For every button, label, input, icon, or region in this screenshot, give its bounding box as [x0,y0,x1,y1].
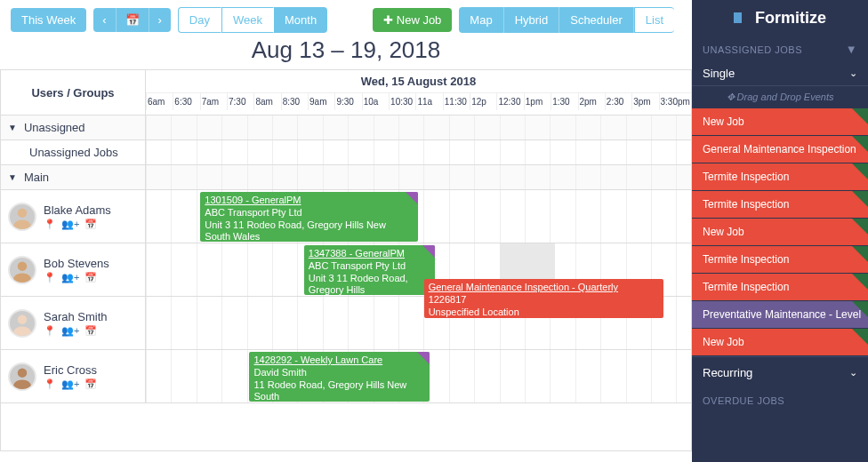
next-button[interactable]: › [149,8,171,32]
user-row-label[interactable]: Eric Cross📍👥+📅 [1,350,146,402]
job-block[interactable]: General Maintenance Inspection - Quarter… [424,279,664,318]
job-item-label: Termite Inspection [703,253,789,266]
users-groups-header: Users / Groups [1,70,146,115]
job-item-label: New Job [703,116,744,128]
job-block[interactable]: 1301509 - GeneralPMABC Transport Pty Ltd… [200,192,418,242]
new-job-button[interactable]: ✚ New Job [373,8,453,32]
drag-drop-hint: ✥ Drag and Drop Events [692,86,868,108]
time-slot: 9am [308,93,334,110]
job-client: David Smith [253,367,424,379]
plus-icon: ✚ [383,13,393,27]
svg-point-3 [18,368,28,378]
user-row-label[interactable]: Bob Stevens📍👥+📅 [1,243,146,296]
time-slot: 3:30pm [659,93,691,110]
user-row-label[interactable]: Blake Adams📍👥+📅 [1,190,146,243]
calendar-icon[interactable]: 📅 [84,272,97,283]
today-button[interactable]: 📅 [117,8,149,32]
calendar-icon[interactable]: 📅 [84,219,97,230]
svg-point-0 [18,208,28,218]
user-timeline[interactable]: 1301509 - GeneralPMABC Transport Pty Ltd… [146,190,691,243]
group-toggle[interactable]: ▼ Main [1,165,146,189]
user-timeline[interactable]: 1428292 - Weekly Lawn CareDavid Smith11 … [146,350,691,402]
time-slot: 2:30 [605,93,631,110]
job-block[interactable]: 1428292 - Weekly Lawn CareDavid Smith11 … [249,352,429,402]
time-slot: 6am [146,93,173,110]
time-slot: 1pm [524,93,551,110]
mode-hybrid-button[interactable]: Hybrid [504,7,560,33]
group-toggle[interactable]: ▼ Unassigned [1,116,146,139]
day-label: Wed, 15 August 2018 [146,70,691,93]
job-block[interactable]: 1347388 - GeneralPMABC Transport Pty Ltd… [304,245,435,295]
pin-icon[interactable]: 📍 [44,219,56,230]
job-item-label: Termite Inspection [703,281,789,293]
pin-icon[interactable]: 📍 [44,378,56,390]
time-slot: 10a [362,93,389,110]
view-week-button[interactable]: Week [221,7,274,33]
job-flag-icon [852,219,868,235]
unassigned-job-item[interactable]: New Job [692,219,868,245]
add-user-icon[interactable]: 👥+ [61,219,79,230]
job-flag-icon [852,301,868,317]
view-month-button[interactable]: Month [274,7,327,33]
recurring-section[interactable]: Recurring ⌄ [692,356,868,388]
job-flag-icon [852,191,868,207]
pin-icon[interactable]: 📍 [44,325,56,337]
chevron-down-icon: ⌄ [849,367,857,378]
unassigned-job-item[interactable]: Preventative Maintenance - Level [692,301,868,328]
prev-button[interactable]: ‹ [93,8,116,32]
job-address: Unspecified Location [429,307,660,319]
sub-row-label[interactable]: Unassigned Jobs [1,140,146,164]
avatar [8,203,36,231]
select-label: Single [703,67,735,80]
view-group: Day Week Month [178,7,327,33]
job-title: 1301509 - GeneralPM [205,195,414,207]
job-flag-icon [852,329,868,345]
recurring-label: Recurring [703,366,752,379]
unassigned-job-item[interactable]: New Job [692,329,868,355]
job-client: ABC Transport Pty Ltd [309,260,430,273]
brand-logo-icon [734,12,750,23]
view-day-button[interactable]: Day [178,7,221,33]
add-user-icon[interactable]: 👥+ [61,378,79,390]
user-row-label[interactable]: Sarah Smith📍👥+📅 [1,297,146,349]
overdue-label: OVERDUE JOBS [703,395,784,406]
calendar-icon: 📅 [125,13,140,27]
date-range-title: Aug 13 – 19, 2018 [0,36,692,64]
time-slot: 9:30 [334,93,361,110]
job-flag-icon [852,108,868,124]
user-name: Eric Cross [44,363,97,377]
pin-icon[interactable]: 📍 [44,272,56,283]
job-address: Unit 3 11 Rodeo Road, Gregory Hills [309,273,430,296]
calendar-icon[interactable]: 📅 [84,378,97,390]
user-timeline[interactable]: General Maintenance Inspection - Quarter… [146,297,691,349]
unassigned-job-item[interactable]: New Job [692,108,868,135]
unassigned-section-header[interactable]: UNASSIGNED JOBS ▼ [692,36,868,61]
mode-group: Map Hybrid Scheduler List [459,7,674,33]
this-week-button[interactable]: This Week [11,8,86,32]
avatar [8,256,36,284]
unassigned-job-item[interactable]: Termite Inspection [692,191,868,218]
unassigned-job-item[interactable]: General Maintenance Inspection [692,136,868,163]
job-type-select[interactable]: Single ⌄ [692,61,868,86]
unassigned-job-list: New JobGeneral Maintenance InspectionTer… [692,108,868,356]
brand-label: Formitize [755,9,826,28]
add-user-icon[interactable]: 👥+ [61,272,79,283]
new-job-label: New Job [397,13,442,27]
overdue-section-header[interactable]: OVERDUE JOBS [692,388,868,411]
mode-scheduler-button[interactable]: Scheduler [559,7,634,33]
unassigned-job-item[interactable]: Termite Inspection [692,246,868,273]
filter-icon[interactable]: ▼ [846,43,857,56]
mode-map-button[interactable]: Map [459,7,503,33]
brand: Formitize [692,0,868,36]
time-header-row: 6am6:307am7:308am8:309am9:3010a10:3011a1… [146,93,691,110]
add-user-icon[interactable]: 👥+ [61,325,79,337]
mode-list-button[interactable]: List [634,7,674,33]
move-icon: ✥ [727,92,735,102]
unassigned-job-item[interactable]: Termite Inspection [692,274,868,300]
svg-point-1 [18,261,28,271]
triangle-down-icon: ▼ [8,123,17,132]
calendar-icon[interactable]: 📅 [84,325,97,337]
group-name: Main [24,171,49,184]
time-slot: 11a [415,93,442,110]
unassigned-job-item[interactable]: Termite Inspection [692,163,868,190]
